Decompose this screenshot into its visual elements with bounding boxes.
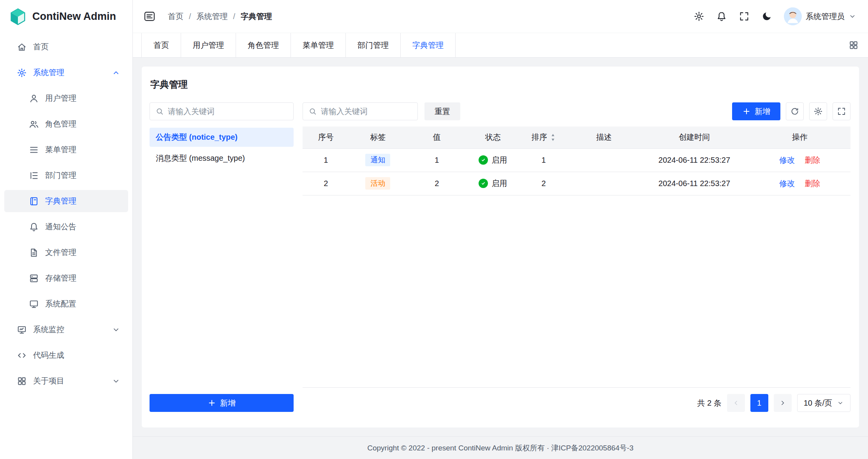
top-header: 首页 / 系统管理 / 字典管理 bbox=[133, 0, 868, 33]
sidebar-item-menus[interactable]: 菜单管理 bbox=[4, 139, 128, 161]
tab-dictionary[interactable]: 字典管理 bbox=[401, 33, 456, 57]
breadcrumb-item[interactable]: 系统管理 bbox=[197, 11, 228, 22]
user-name: 系统管理员 bbox=[806, 11, 845, 22]
dict-type-label: 公告类型 (notice_type) bbox=[156, 132, 238, 142]
delete-link[interactable]: 删除 bbox=[805, 179, 820, 188]
edit-link[interactable]: 修改 bbox=[779, 179, 795, 188]
dict-table: 序号 标签 值 状态 排序 bbox=[303, 127, 850, 388]
status-enabled-icon bbox=[479, 179, 488, 188]
sidebar-item-notices[interactable]: 通知公告 bbox=[4, 216, 128, 238]
expand-icon bbox=[739, 11, 750, 22]
column-settings-button[interactable] bbox=[809, 102, 827, 120]
gear-icon bbox=[813, 107, 823, 116]
sidebar-item-label: 代码生成 bbox=[33, 350, 64, 361]
pagination-total: 共 2 条 bbox=[697, 398, 721, 408]
chevron-down-icon bbox=[112, 325, 120, 334]
cell-tag: 通知 bbox=[349, 148, 407, 172]
dict-type-item-notice[interactable]: 公告类型 (notice_type) bbox=[150, 128, 294, 147]
cell-description bbox=[568, 148, 639, 172]
refresh-button[interactable] bbox=[786, 102, 804, 120]
app-title: ContiNew Admin bbox=[32, 11, 116, 23]
add-dict-type-button[interactable]: 新增 bbox=[150, 394, 294, 412]
col-sort[interactable]: 排序 bbox=[519, 127, 569, 148]
expand-icon bbox=[837, 107, 846, 116]
dict-search-input[interactable] bbox=[168, 107, 288, 116]
edit-link[interactable]: 修改 bbox=[779, 156, 795, 164]
sidebar-group-monitor[interactable]: 系统监控 bbox=[4, 318, 128, 341]
bell-icon bbox=[716, 11, 727, 22]
tab-label: 首页 bbox=[153, 40, 169, 51]
sidebar-group-system[interactable]: 系统管理 bbox=[4, 62, 128, 84]
toolbar-actions: 新增 bbox=[732, 102, 850, 120]
table-search bbox=[303, 102, 418, 120]
tab-menus[interactable]: 菜单管理 bbox=[291, 33, 346, 57]
tab-label: 字典管理 bbox=[412, 40, 444, 51]
tab-users[interactable]: 用户管理 bbox=[181, 33, 236, 57]
prev-page-button[interactable] bbox=[727, 394, 745, 412]
home-icon bbox=[17, 42, 27, 52]
sidebar-group-about[interactable]: 关于项目 bbox=[4, 370, 128, 392]
reset-button[interactable]: 重置 bbox=[424, 102, 460, 120]
settings-button[interactable] bbox=[694, 11, 704, 22]
table-search-input[interactable] bbox=[321, 107, 412, 116]
cell-description bbox=[568, 172, 639, 195]
tab-label: 用户管理 bbox=[193, 40, 224, 51]
file-icon bbox=[29, 248, 39, 258]
status-enabled-icon bbox=[479, 155, 488, 165]
add-dict-type-label: 新增 bbox=[220, 398, 236, 408]
plus-icon bbox=[742, 107, 751, 116]
theme-toggle-button[interactable] bbox=[761, 11, 772, 22]
monitor-chart-icon bbox=[17, 325, 27, 335]
tab-home[interactable]: 首页 bbox=[141, 33, 181, 57]
search-icon bbox=[308, 107, 317, 116]
tab-roles[interactable]: 角色管理 bbox=[236, 33, 291, 57]
delete-link[interactable]: 删除 bbox=[805, 156, 820, 164]
col-status: 状态 bbox=[467, 127, 519, 148]
storage-icon bbox=[29, 273, 39, 283]
cell-actions: 修改 删除 bbox=[749, 172, 850, 195]
search-icon bbox=[155, 107, 164, 116]
collapse-sidebar-button[interactable] bbox=[141, 7, 158, 25]
col-created-at: 创建时间 bbox=[639, 127, 749, 148]
tab-bar: 首页 用户管理 角色管理 菜单管理 部门管理 字典管理 bbox=[133, 33, 868, 58]
chevron-left-icon bbox=[732, 399, 740, 407]
page-1-button[interactable]: 1 bbox=[750, 394, 768, 412]
dict-type-label: 消息类型 (message_type) bbox=[156, 153, 245, 164]
sidebar-item-files[interactable]: 文件管理 bbox=[4, 241, 128, 264]
sidebar-item-system-config[interactable]: 系统配置 bbox=[4, 293, 128, 315]
sidebar-item-dictionary[interactable]: 字典管理 bbox=[4, 190, 128, 212]
table-toolbar: 重置 新增 bbox=[303, 102, 850, 120]
breadcrumb-item[interactable]: 首页 bbox=[168, 11, 183, 22]
page-size-select[interactable]: 10 条/页 bbox=[797, 394, 850, 412]
sort-carets[interactable] bbox=[550, 133, 556, 142]
pagination: 共 2 条 1 10 条/页 bbox=[303, 394, 850, 412]
user-menu[interactable]: 系统管理员 bbox=[784, 7, 856, 25]
cell-created-at: 2024-06-11 22:53:27 bbox=[639, 172, 749, 195]
breadcrumb-current: 字典管理 bbox=[241, 11, 272, 22]
col-sort-label: 排序 bbox=[532, 132, 547, 142]
sidebar-item-users[interactable]: 用户管理 bbox=[4, 87, 128, 109]
table-fullscreen-button[interactable] bbox=[833, 102, 850, 120]
sidebar-item-roles[interactable]: 角色管理 bbox=[4, 113, 128, 135]
status-label: 启用 bbox=[491, 155, 507, 165]
sidebar-item-label: 字典管理 bbox=[45, 196, 76, 206]
notifications-button[interactable] bbox=[716, 11, 727, 22]
fullscreen-button[interactable] bbox=[739, 11, 750, 22]
tab-actions[interactable] bbox=[849, 33, 859, 57]
sidebar-item-label: 用户管理 bbox=[45, 93, 76, 104]
status-label: 启用 bbox=[491, 178, 507, 189]
add-dict-item-button[interactable]: 新增 bbox=[732, 102, 780, 120]
page-title: 字典管理 bbox=[150, 78, 850, 91]
next-page-button[interactable] bbox=[774, 394, 792, 412]
tab-departments[interactable]: 部门管理 bbox=[346, 33, 401, 57]
logo[interactable]: ContiNew Admin bbox=[0, 0, 132, 33]
sidebar-item-home[interactable]: 首页 bbox=[4, 36, 128, 58]
dict-type-item-message[interactable]: 消息类型 (message_type) bbox=[150, 149, 294, 168]
sidebar-item-storage[interactable]: 存储管理 bbox=[4, 267, 128, 289]
col-description: 描述 bbox=[568, 127, 639, 148]
sidebar-item-label: 角色管理 bbox=[45, 119, 76, 129]
sidebar-item-codegen[interactable]: 代码生成 bbox=[4, 344, 128, 366]
cell-index: 1 bbox=[303, 148, 349, 172]
sidebar-item-departments[interactable]: 部门管理 bbox=[4, 164, 128, 186]
tab-label: 菜单管理 bbox=[303, 40, 334, 51]
